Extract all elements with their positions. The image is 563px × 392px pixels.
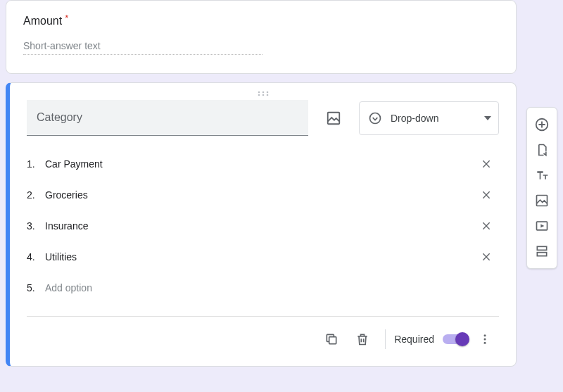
svg-point-5: [266, 94, 268, 96]
question-title-input[interactable]: [27, 100, 308, 136]
svg-point-0: [258, 91, 260, 94]
option-number: 4.: [27, 251, 38, 263]
close-icon: [481, 220, 492, 232]
question-type-select[interactable]: Drop-down: [359, 101, 499, 135]
svg-point-7: [370, 113, 381, 123]
option-number: 5.: [27, 282, 38, 293]
option-input[interactable]: Car Payment: [45, 154, 467, 174]
trash-icon: [355, 332, 369, 346]
add-option-row[interactable]: 5. Add option: [27, 272, 499, 303]
required-indicator: *: [65, 13, 68, 23]
card-divider: [27, 316, 499, 317]
svg-point-4: [262, 94, 264, 96]
question-title: Amount *: [23, 15, 499, 27]
copy-icon: [324, 332, 339, 346]
option-input[interactable]: Insurance: [45, 216, 467, 236]
drag-handle-icon: [256, 90, 270, 97]
image-icon: [535, 194, 549, 208]
add-image-button[interactable]: [320, 104, 348, 132]
question-footer: Required: [27, 324, 499, 355]
option-number: 2.: [27, 189, 38, 201]
svg-rect-6: [328, 112, 340, 124]
option-number: 1.: [27, 158, 38, 170]
dropdown-type-icon: [368, 111, 382, 125]
remove-option-button[interactable]: [474, 182, 499, 208]
svg-rect-16: [537, 253, 546, 256]
required-label: Required: [394, 334, 434, 345]
remove-option-button[interactable]: [474, 213, 499, 239]
remove-option-button[interactable]: [474, 151, 499, 177]
section-icon: [535, 244, 549, 258]
add-section-button[interactable]: [527, 239, 557, 264]
svg-rect-15: [537, 246, 546, 250]
more-vert-icon: [479, 333, 491, 346]
option-row: 3. Insurance: [27, 210, 499, 241]
options-list: 1. Car Payment 2. Groceries: [27, 148, 499, 303]
close-icon: [481, 251, 492, 263]
drag-handle[interactable]: [27, 89, 499, 100]
svg-point-3: [258, 94, 260, 96]
video-icon: [535, 219, 549, 233]
svg-point-10: [484, 339, 486, 341]
svg-point-9: [484, 334, 486, 336]
toggle-knob: [455, 332, 469, 346]
option-row: 2. Groceries: [27, 179, 499, 210]
caret-down-icon: [484, 116, 491, 120]
question-title-text: Amount: [23, 15, 62, 27]
more-options-button[interactable]: [471, 325, 499, 353]
import-icon: [535, 143, 549, 157]
add-option-label: Add option: [45, 278, 499, 298]
remove-option-button[interactable]: [474, 244, 499, 270]
svg-rect-8: [329, 337, 336, 344]
text-icon: [535, 168, 549, 182]
import-questions-button[interactable]: [527, 137, 557, 163]
option-row: 1. Car Payment: [27, 148, 499, 179]
svg-point-11: [484, 342, 486, 344]
close-icon: [481, 158, 492, 170]
delete-button[interactable]: [348, 325, 377, 353]
question-type-label: Drop-down: [391, 113, 476, 124]
option-input[interactable]: Groceries: [45, 185, 467, 205]
duplicate-button[interactable]: [317, 325, 346, 353]
svg-point-2: [266, 91, 268, 94]
floating-toolbar: [526, 107, 557, 269]
short-answer-placeholder: Short-answer text: [23, 40, 262, 55]
add-title-button[interactable]: [527, 163, 557, 188]
option-input[interactable]: Utilities: [45, 247, 467, 267]
question-card-amount[interactable]: Amount * Short-answer text: [6, 0, 517, 74]
svg-rect-13: [537, 196, 548, 206]
svg-point-1: [262, 91, 264, 94]
required-toggle[interactable]: [443, 334, 468, 344]
question-card-category: Drop-down 1. Car Payment 2. Groce: [6, 82, 517, 367]
plus-circle-icon: [534, 117, 550, 132]
vertical-divider: [385, 329, 386, 349]
close-icon: [481, 189, 492, 201]
option-number: 3.: [27, 220, 38, 232]
add-question-button[interactable]: [527, 112, 557, 137]
add-image-toolbar-button[interactable]: [527, 188, 557, 213]
image-icon: [326, 110, 341, 126]
option-row: 4. Utilities: [27, 241, 499, 272]
add-video-button[interactable]: [527, 213, 557, 239]
